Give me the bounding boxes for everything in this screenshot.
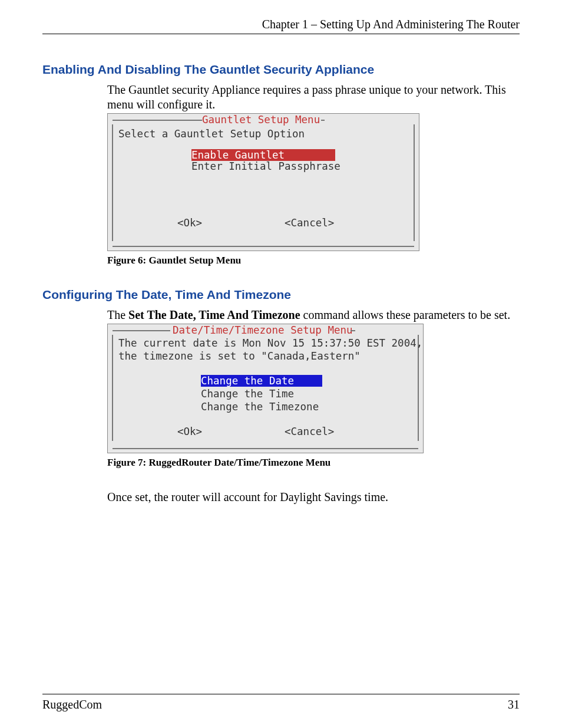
option-change-date[interactable]: Change the Date [201,375,322,387]
option-enter-passphrase[interactable]: Enter Initial Passphrase [191,160,340,172]
box-line [418,335,419,441]
box-line [113,246,414,247]
section1-paragraph: The Gauntlet security Appliance requires… [107,83,520,112]
para-text: The [107,308,128,321]
datetime-menu-title: Date/Time/Timezone Setup Menu [173,324,353,336]
box-line [321,120,325,121]
box-line [112,335,113,441]
para-bold: Set The Date, Time And Timezone [128,308,300,321]
gauntlet-prompt: Select a Gauntlet Setup Option [118,128,305,140]
page-footer: RuggedCom 31 [42,694,520,728]
option-change-timezone[interactable]: Change the Timezone [201,401,319,413]
para-text: command allows these parameters to be se… [300,308,511,321]
box-line [112,124,113,241]
figure7-caption: Figure 7: RuggedRouter Date/Time/Timezon… [107,457,520,469]
box-line [113,330,170,331]
cancel-button[interactable]: <Cancel> [285,426,334,437]
datetime-setup-terminal: Date/Time/Timezone Setup Menu The curren… [107,324,424,453]
closing-paragraph: Once set, the router will account for Da… [107,490,520,505]
section-heading-datetime: Configuring The Date, Time And Timezone [42,288,520,302]
ok-button[interactable]: <Ok> [177,217,202,229]
gauntlet-menu-title: Gauntlet Setup Menu [202,114,320,126]
cancel-button[interactable]: <Cancel> [285,217,334,229]
box-line [351,330,355,331]
datetime-timezone-line: the timezone is set to "Canada,Eastern" [118,350,361,362]
option-enable-gauntlet[interactable]: Enable Gauntlet [191,149,335,161]
datetime-current-line: The current date is Mon Nov 15 15:37:50 … [118,337,422,349]
page-header: Chapter 1 – Setting Up And Administering… [42,18,520,34]
section2-paragraph: The Set The Date, Time And Timezone comm… [107,308,520,322]
option-change-time[interactable]: Change the Time [201,388,294,400]
footer-left: RuggedCom [42,698,102,711]
box-line [113,120,202,121]
ok-button[interactable]: <Ok> [177,426,202,437]
box-line [113,448,418,449]
box-line [414,124,415,241]
section-heading-gauntlet: Enabling And Disabling The Gauntlet Secu… [42,62,520,77]
footer-page-number: 31 [508,698,520,711]
gauntlet-setup-terminal: Gauntlet Setup Menu Select a Gauntlet Se… [107,113,419,251]
figure6-caption: Figure 6: Gauntlet Setup Menu [107,255,520,266]
